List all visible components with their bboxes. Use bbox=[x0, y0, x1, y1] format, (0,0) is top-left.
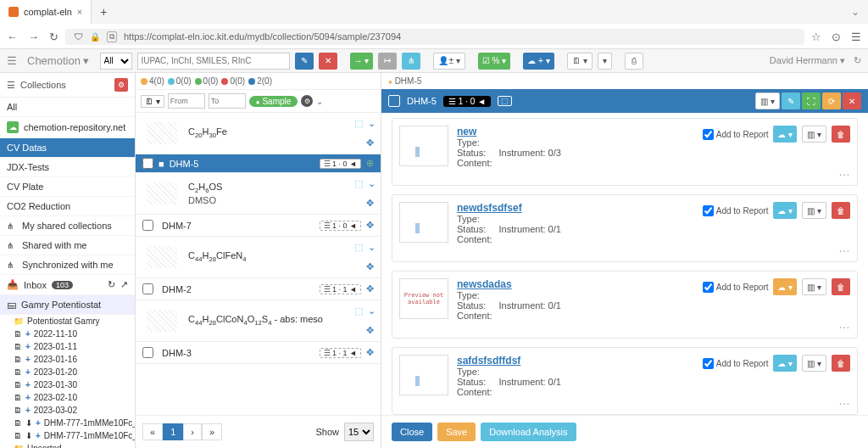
gamry-file-item[interactable]: 🗎⬇+DHM-777-1mMMe10Fc_CustomC_30 bbox=[0, 429, 135, 442]
list-item-head[interactable]: DHM-3☰ 1 · 1 ◄✥ bbox=[136, 342, 381, 364]
date-to-input[interactable] bbox=[209, 93, 246, 109]
drag-handle-icon[interactable]: ✥ bbox=[366, 325, 374, 336]
reload-button[interactable]: ↻ bbox=[49, 31, 58, 43]
filter-chip[interactable]: 4(0) bbox=[141, 76, 164, 86]
app-menu-icon[interactable]: ☰ bbox=[851, 31, 861, 43]
cube-icon[interactable]: ⬚ bbox=[354, 178, 363, 189]
detail-tag-icon[interactable]: ⬚ bbox=[498, 96, 512, 106]
filter-settings-icon[interactable]: ⚙ bbox=[301, 95, 313, 107]
sidebar-item-inbox[interactable]: 📥 Inbox 103 ↻ ↗ bbox=[0, 275, 135, 295]
sidebar-item-synchronized-with-me[interactable]: ⋔Synchronized with me bbox=[0, 255, 135, 275]
unsorted-folder[interactable]: 📁 Unsorted bbox=[0, 442, 135, 448]
filter-expand-icon[interactable]: ⌄ bbox=[316, 97, 323, 106]
sidebar-item-repo[interactable]: ☁ chemotion-repository.net bbox=[0, 117, 135, 138]
forward-button[interactable]: → bbox=[28, 31, 39, 43]
pager-page[interactable]: « bbox=[142, 423, 163, 440]
brand-dropdown[interactable]: Chemotion ▾ bbox=[22, 54, 95, 67]
action-teal-button[interactable]: ✎ bbox=[782, 92, 800, 109]
arrow-button[interactable]: ↦ bbox=[378, 53, 397, 70]
collections-settings-button[interactable]: ⚙ bbox=[114, 78, 128, 92]
sidebar-item-co2-reduction[interactable]: CO2 Reduction bbox=[0, 197, 135, 216]
new-tab-button[interactable]: + bbox=[92, 2, 115, 22]
list-item[interactable]: C44H28ClFeN4⬚⌄✥ bbox=[136, 237, 381, 278]
drag-handle-icon[interactable]: ✥ bbox=[366, 137, 374, 148]
filter-chip[interactable]: 2(0) bbox=[248, 76, 272, 86]
edit-button[interactable]: ✎ bbox=[295, 53, 314, 70]
gamry-date-item[interactable]: 🗎+2023-01-16 bbox=[0, 353, 135, 366]
browser-tab[interactable]: complat-eln × bbox=[0, 0, 92, 24]
expand-analysis-icon[interactable]: … bbox=[838, 317, 850, 331]
expand-icon[interactable]: ⌄ bbox=[368, 178, 376, 189]
analysis-barcode-button[interactable]: ▥ ▾ bbox=[802, 202, 826, 219]
pager-page[interactable]: 1 bbox=[163, 423, 183, 440]
user-menu[interactable]: David Herrmann ▾ bbox=[770, 55, 845, 66]
gamry-folder[interactable]: 📁 Potentiostat Gamry bbox=[0, 315, 135, 328]
sidebar-item-my-shared-collections[interactable]: ⋔My shared collections bbox=[0, 216, 135, 236]
pager-page[interactable]: » bbox=[202, 423, 222, 440]
page-size-select[interactable]: 15 bbox=[344, 423, 374, 441]
analysis-barcode-button[interactable]: ▥ ▾ bbox=[802, 278, 826, 295]
analysis-barcode-button[interactable]: ▥ ▾ bbox=[802, 355, 826, 372]
sidebar-item-cv-plate[interactable]: CV Plate bbox=[0, 177, 135, 197]
analysis-action-button[interactable]: ☁ ▾ bbox=[773, 202, 797, 219]
drag-handle-icon[interactable]: ✥ bbox=[366, 347, 374, 358]
list-item[interactable]: C2H6OSDMSO⬚⌄✥ bbox=[136, 173, 381, 215]
filter-chip[interactable]: 0(0) bbox=[195, 76, 219, 86]
action-green-button[interactable]: ⛶ bbox=[802, 92, 821, 109]
drag-handle-icon[interactable]: ✥ bbox=[366, 220, 374, 231]
add-to-report-checkbox[interactable]: Add to Report bbox=[703, 129, 769, 140]
list-item-head[interactable]: DHM-2☰ 1 · 1 ◄✥ bbox=[136, 278, 381, 300]
sidebar-item-jdx-tests[interactable]: JDX-Tests bbox=[0, 158, 135, 177]
list-item[interactable]: C20H30Fe⬚⌄✥ bbox=[136, 113, 381, 154]
analysis-action-button[interactable]: ☁ ▾ bbox=[773, 355, 797, 372]
delete-analysis-button[interactable]: 🗑 bbox=[832, 278, 850, 295]
list-item[interactable]: C44H28ClCoN4O12S4 - abs: meso⬚⌄✥ bbox=[136, 300, 381, 342]
refresh-inbox-icon[interactable]: ↻ bbox=[108, 279, 115, 290]
gamry-date-item[interactable]: 🗎+2023-03-02 bbox=[0, 404, 135, 417]
checklist-button[interactable]: ☑ % ▾ bbox=[478, 53, 510, 70]
analysis-name-link[interactable]: newdsfsdfsef bbox=[457, 202, 694, 214]
download-analysis-button[interactable]: Download Analysis bbox=[481, 423, 576, 441]
cube-icon[interactable]: ⬚ bbox=[354, 242, 363, 253]
select-checkbox[interactable] bbox=[142, 347, 153, 358]
print-button[interactable]: ⎙ bbox=[625, 53, 643, 70]
gamry-date-item[interactable]: 🗎+2023-01-30 bbox=[0, 378, 135, 391]
action-orange-button[interactable]: ⟳ bbox=[822, 92, 841, 109]
cube-icon[interactable]: ⬚ bbox=[354, 118, 363, 129]
expand-icon[interactable]: ⌄ bbox=[368, 242, 376, 253]
analysis-action-button[interactable]: ☁ ▾ bbox=[773, 126, 797, 143]
expand-analysis-icon[interactable]: … bbox=[838, 165, 850, 178]
add-icon[interactable]: ⊕ bbox=[366, 158, 374, 169]
gamry-file-item[interactable]: 🗎⬇+DHM-777-1mMMe10Fc_CustomC_30 bbox=[0, 417, 135, 429]
add-cloud-button[interactable]: ☁ + ▾ bbox=[523, 53, 554, 70]
date-from-input[interactable] bbox=[168, 93, 205, 109]
list-item-head-selected[interactable]: ■ DHM-5☰ 1 · 0 ◄⊕ bbox=[136, 154, 381, 173]
sidebar-item-all[interactable]: All bbox=[0, 98, 135, 117]
filter-chip[interactable]: 0(0) bbox=[221, 76, 245, 86]
select-checkbox[interactable] bbox=[142, 220, 153, 231]
analysis-name-link[interactable]: safdsfsdffdsf bbox=[457, 355, 694, 367]
calendar-icon[interactable]: 🗓 ▾ bbox=[141, 95, 164, 108]
expand-icon[interactable]: ⌄ bbox=[368, 305, 376, 316]
gamry-date-item[interactable]: 🗎+2023-01-11 bbox=[0, 340, 135, 353]
barcode-button[interactable]: ▥ ▾ bbox=[755, 92, 780, 109]
expand-analysis-icon[interactable]: … bbox=[838, 394, 850, 407]
select-checkbox[interactable] bbox=[142, 158, 153, 169]
clear-button[interactable]: ✕ bbox=[319, 53, 337, 70]
calendar-caret[interactable]: ▾ bbox=[598, 53, 612, 70]
gamry-date-item[interactable]: 🗎+2023-02-10 bbox=[0, 391, 135, 404]
add-to-report-checkbox[interactable]: Add to Report bbox=[703, 205, 769, 216]
extensions-icon[interactable]: ⊙ bbox=[832, 31, 841, 43]
hamburger-icon[interactable]: ☰ bbox=[7, 54, 17, 67]
sample-type-pill[interactable]: ● Sample bbox=[249, 96, 298, 107]
filter-chip[interactable]: 0(0) bbox=[168, 76, 192, 86]
gamry-date-item[interactable]: 🗎+2023-01-20 bbox=[0, 366, 135, 378]
select-checkbox[interactable] bbox=[142, 283, 153, 294]
drag-handle-icon[interactable]: ✥ bbox=[366, 198, 374, 209]
cube-icon[interactable]: ⬚ bbox=[354, 305, 363, 316]
export-button[interactable]: → ▾ bbox=[350, 53, 374, 70]
delete-analysis-button[interactable]: 🗑 bbox=[832, 355, 850, 372]
list-item-head[interactable]: DHM-7☰ 1 · 0 ◄✥ bbox=[136, 215, 381, 237]
analysis-barcode-button[interactable]: ▥ ▾ bbox=[802, 126, 826, 143]
delete-analysis-button[interactable]: 🗑 bbox=[832, 126, 850, 143]
